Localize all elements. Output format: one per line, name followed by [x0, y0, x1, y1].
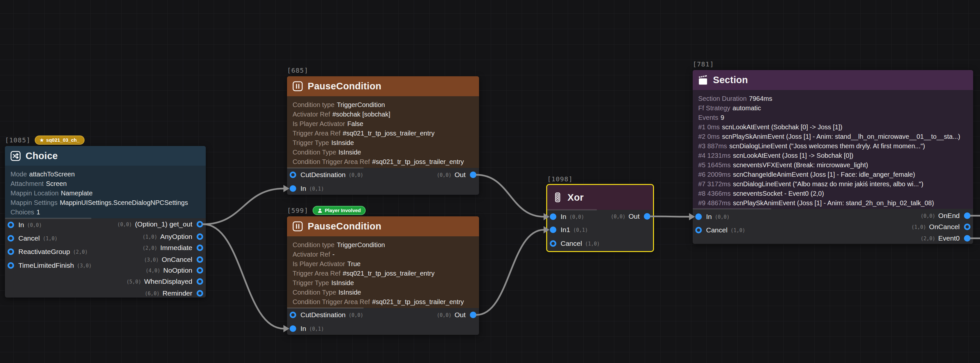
port-in-cancel[interactable]: Cancel(1,0): [695, 225, 745, 235]
port-in-in1[interactable]: In1(0,1): [550, 225, 588, 235]
port-circle[interactable]: [695, 227, 702, 233]
node-header[interactable]: Section: [693, 70, 973, 90]
node-properties: Condition typeTriggerConditionActivator …: [287, 236, 479, 308]
port-out-onend[interactable]: (0,0)OnEnd: [920, 211, 970, 220]
node-header[interactable]: PauseCondition: [287, 216, 479, 236]
port-label: WhenDisplayed: [144, 277, 192, 285]
ports-scrollbar[interactable]: [287, 167, 364, 168]
port-in-in[interactable]: In(0,0): [695, 212, 730, 222]
property-key: Mappin Settings: [11, 199, 57, 206]
ports-scrollbar[interactable]: [693, 208, 771, 209]
port-circle[interactable]: [8, 235, 14, 242]
node-xor[interactable]: XorIn(0,0)In1(0,1)Cancel(1,0)(0,0)Out: [547, 185, 653, 251]
node-header[interactable]: PauseCondition: [287, 76, 479, 96]
port-circle[interactable]: [197, 290, 203, 296]
port-label: TimeLimitedFinish: [18, 262, 74, 269]
node-pausecondition[interactable]: Condition typeTriggerConditionActivator …: [287, 216, 479, 335]
port-circle[interactable]: [550, 213, 556, 220]
property-value: automatic: [733, 105, 761, 112]
port-in-in[interactable]: In(0,0): [8, 220, 42, 230]
port-circle[interactable]: [8, 222, 14, 228]
port-circle[interactable]: [290, 171, 296, 178]
port-out-oncancel[interactable]: (1,0)OnCancel: [911, 222, 970, 232]
wire[interactable]: [203, 189, 284, 224]
port-circle[interactable]: [550, 240, 556, 247]
port-in-in[interactable]: In(0,1): [290, 184, 324, 193]
port-in-cancel[interactable]: Cancel(1,0): [550, 239, 600, 249]
port-circle[interactable]: [290, 312, 296, 318]
port-out-out[interactable]: (0,0)Out: [611, 211, 651, 221]
port-coord: (0,1): [573, 227, 588, 233]
node-header[interactable]: Choice: [5, 146, 206, 166]
port-circle[interactable]: [197, 221, 203, 227]
port-in-timelimitedfinish[interactable]: TimeLimitedFinish(3,0): [8, 260, 92, 270]
port-in-cutdestination[interactable]: CutDestination(0,0): [290, 310, 363, 320]
property-value: TriggerCondition: [337, 101, 385, 108]
property-row: Events9: [698, 113, 973, 122]
port-in-cancel[interactable]: Cancel(1,0): [8, 233, 58, 243]
port-circle[interactable]: [964, 212, 970, 219]
port-circle[interactable]: [964, 224, 970, 230]
port-coord: (2,0): [143, 245, 157, 251]
node-title: PauseCondition: [308, 81, 381, 92]
node-header[interactable]: Xor: [547, 185, 653, 210]
port-out-out[interactable]: (0,0)Out: [437, 310, 476, 320]
port-circle[interactable]: [197, 244, 203, 251]
port-circle[interactable]: [550, 227, 556, 233]
port-circle[interactable]: [197, 233, 203, 240]
port-circle[interactable]: [197, 267, 203, 274]
port-circle[interactable]: [695, 213, 702, 220]
port-in-cutdestination[interactable]: CutDestination(0,0): [290, 170, 363, 180]
node-pausecondition[interactable]: Condition typeTriggerConditionActivator …: [287, 76, 479, 195]
ports-scrollbar[interactable]: [5, 218, 91, 219]
port-out-nooption[interactable]: (4,0)NoOption: [145, 265, 203, 275]
property-value: -: [332, 251, 334, 258]
port-out-event0[interactable]: (2,0)Event0: [920, 233, 970, 243]
property-value: scnDialogLineEvent ("Albo masz do mnie j…: [733, 180, 923, 187]
port-circle[interactable]: [8, 249, 14, 255]
property-value: scnPlaySkAnimEvent (Joss [1] - Anim: sta…: [733, 199, 934, 206]
property-row: #6 2009msscnChangeIdleAnimEvent (Joss [1…: [698, 170, 973, 179]
port-circle[interactable]: [197, 278, 203, 285]
port-coord: (0,0): [715, 214, 730, 220]
port-circle[interactable]: [964, 235, 970, 242]
ports-scrollbar[interactable]: [547, 209, 597, 211]
property-row: Trigger TypeIsInside: [293, 138, 479, 147]
port-out--option-1-get-out[interactable]: (0,0)(Option_1) get_out: [117, 219, 203, 229]
node-section[interactable]: Section Duration7964msFf Strategyautomat…: [693, 70, 973, 244]
port-out-immediate[interactable]: (2,0)Immediate: [143, 243, 203, 253]
property-key: #8 4366ms: [698, 190, 731, 197]
port-out-oncancel[interactable]: (3,0)OnCancel: [144, 255, 203, 265]
port-label: Cancel: [561, 239, 582, 247]
property-row: Condition typeTriggerCondition: [293, 240, 479, 250]
port-coord: (2,0): [920, 236, 935, 242]
property-key: Condition Trigger Area Ref: [293, 298, 370, 305]
port-circle[interactable]: [470, 171, 476, 178]
node-choice[interactable]: ModeattachToScreenAttachmentScreenMappin…: [5, 146, 206, 298]
ports-scrollbar[interactable]: [287, 308, 364, 309]
wire[interactable]: [476, 230, 544, 315]
port-coord: (0,1): [309, 326, 324, 332]
port-out-reminder[interactable]: (6,0)Reminder: [145, 288, 203, 298]
property-row: Mappin LocationNameplate: [11, 189, 206, 198]
wire[interactable]: [651, 216, 689, 217]
graph-canvas[interactable]: [1085]★sq021_03_ch_ModeattachToScreenAtt…: [0, 0, 980, 363]
port-label: In: [301, 185, 306, 192]
port-circle[interactable]: [290, 325, 296, 332]
property-key: Choices: [11, 209, 34, 216]
port-circle[interactable]: [8, 262, 14, 269]
port-circle[interactable]: [197, 256, 203, 263]
port-coord: (3,0): [77, 263, 92, 269]
port-out-out[interactable]: (0,0)Out: [437, 170, 476, 180]
port-in-in[interactable]: In(0,1): [290, 324, 324, 333]
wire[interactable]: [476, 175, 544, 217]
port-in-reactivategroup[interactable]: ReactivateGroup(2,0): [8, 247, 88, 257]
port-out-anyoption[interactable]: (1,0)AnyOption: [143, 232, 203, 242]
port-in-in[interactable]: In(0,0): [550, 212, 584, 222]
port-out-whendisplayed[interactable]: (5,0)WhenDisplayed: [126, 277, 203, 286]
port-circle[interactable]: [290, 185, 296, 192]
wire[interactable]: [203, 224, 284, 329]
port-circle[interactable]: [644, 213, 651, 220]
port-circle[interactable]: [470, 312, 476, 318]
property-value: #sq021_tr_tp_joss_trailer_entry: [343, 130, 434, 137]
